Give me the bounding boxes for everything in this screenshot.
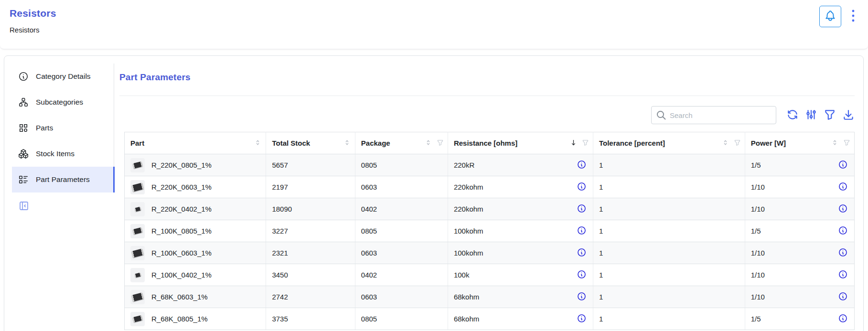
resistance-info-button[interactable] (577, 226, 589, 236)
total-stock-value: 3227 (266, 220, 355, 242)
sidebar-collapse-icon (18, 200, 30, 213)
info-icon (577, 182, 586, 192)
resistance-info-button[interactable] (577, 182, 589, 192)
resistance-info-button[interactable] (577, 204, 589, 214)
info-icon (577, 160, 586, 171)
refresh-button[interactable] (786, 108, 799, 122)
adjustments-button[interactable] (805, 108, 817, 122)
part-thumbnail (130, 290, 145, 304)
sort-icon[interactable] (831, 139, 839, 148)
tolerance-value: 1 (593, 176, 745, 198)
overflow-menu-button[interactable] (849, 6, 857, 27)
info-icon (577, 204, 586, 214)
column-header-total-stock[interactable]: Total Stock (266, 132, 355, 154)
package-value: 0402 (355, 264, 448, 286)
table-row[interactable]: R_220K_0402_1%180900402220kohm11/10 (125, 198, 855, 220)
column-label: Package (361, 139, 390, 147)
resistance-value: 220kohm (454, 183, 483, 191)
sort-icon[interactable] (721, 139, 729, 148)
resistance-info-button[interactable] (577, 248, 589, 258)
total-stock-value: 3735 (266, 308, 355, 330)
package-value: 0805 (355, 154, 448, 176)
info-icon (838, 248, 847, 258)
notifications-button[interactable] (819, 6, 841, 27)
power-value: 1/10 (751, 249, 765, 257)
info-circle-icon (18, 71, 29, 82)
sidebar: Category DetailsSubcategoriesPartsStock … (4, 56, 114, 213)
sidebar-item-parts[interactable]: Parts (12, 115, 115, 141)
column-header-tolerance-percent[interactable]: Tolerance [percent] (593, 132, 745, 154)
info-icon (838, 160, 847, 171)
table-row[interactable]: R_220K_0603_1%21970603220kohm11/10 (125, 176, 855, 198)
power-info-button[interactable] (838, 182, 850, 192)
sidebar-collapse-button[interactable] (18, 200, 30, 213)
column-header-part[interactable]: Part (125, 132, 266, 154)
resistance-info-button[interactable] (577, 314, 589, 324)
power-info-button[interactable] (838, 226, 850, 236)
search-box (651, 106, 776, 124)
total-stock-value: 2197 (266, 176, 355, 198)
part-thumbnail (130, 268, 145, 282)
part-thumbnail (130, 158, 145, 172)
column-label: Resistance [ohms] (454, 139, 517, 147)
power-info-button[interactable] (838, 292, 850, 302)
topbar-actions (819, 6, 857, 27)
info-icon (577, 226, 586, 236)
part-name: R_220K_0402_1% (151, 205, 212, 213)
tolerance-value: 1 (593, 286, 745, 308)
column-label: Part (130, 139, 144, 147)
tolerance-value: 1 (593, 264, 745, 286)
sidebar-item-part-parameters[interactable]: Part Parameters (12, 167, 115, 192)
power-info-button[interactable] (838, 314, 850, 324)
sidebar-item-subcategories[interactable]: Subcategories (12, 89, 115, 115)
sidebar-item-category-details[interactable]: Category Details (12, 64, 115, 89)
breadcrumb[interactable]: Resistors (10, 26, 856, 34)
power-value: 1/10 (751, 183, 765, 191)
sidebar-item-label: Parts (36, 124, 53, 132)
package-value: 0603 (355, 286, 448, 308)
resistance-value: 220kR (454, 161, 474, 169)
table-row[interactable]: R_68K_0805_1%3735080568kohm11/5 (125, 308, 855, 330)
part-name: R_68K_0805_1% (151, 315, 208, 323)
column-header-package[interactable]: Package (355, 132, 448, 154)
power-info-button[interactable] (838, 204, 850, 214)
column-label: Total Stock (272, 139, 310, 147)
column-header-power-w[interactable]: Power [W] (745, 132, 854, 154)
column-filter-icon[interactable] (843, 139, 850, 148)
download-button[interactable] (842, 108, 855, 122)
column-header-resistance-ohms[interactable]: Resistance [ohms] (448, 132, 593, 154)
power-info-button[interactable] (838, 160, 850, 171)
sort-icon[interactable] (343, 139, 351, 148)
resistance-info-button[interactable] (577, 270, 589, 280)
resistance-info-button[interactable] (577, 160, 589, 171)
column-filter-icon[interactable] (582, 139, 589, 148)
table-row[interactable]: R_100K_0805_1%32270805100kohm11/5 (125, 220, 855, 242)
table-row[interactable]: R_220K_0805_1%56570805220kR11/5 (125, 154, 855, 176)
resistance-info-button[interactable] (577, 292, 589, 302)
table-row[interactable]: R_100K_0603_1%23210603100kohm11/10 (125, 242, 855, 264)
part-thumbnail (130, 246, 145, 260)
part-name: R_100K_0603_1% (151, 249, 212, 257)
column-filter-icon[interactable] (437, 139, 444, 148)
info-icon (577, 248, 586, 258)
table-row[interactable]: R_68K_0603_1%2742060368kohm11/10 (125, 286, 855, 308)
part-name: R_68K_0603_1% (151, 293, 208, 301)
sidebar-item-stock-items[interactable]: Stock Items (12, 141, 115, 167)
info-icon (577, 270, 586, 280)
resistance-value: 100k (454, 271, 470, 279)
table-row[interactable]: R_100K_0402_1%34500402100k11/10 (125, 264, 855, 286)
sort-icon[interactable] (254, 139, 262, 148)
total-stock-value: 18090 (266, 198, 355, 220)
power-info-button[interactable] (838, 270, 850, 280)
filter-button[interactable] (824, 108, 836, 122)
sort-icon[interactable] (424, 139, 432, 148)
resistance-value: 100kohm (454, 227, 483, 235)
column-filter-icon[interactable] (734, 139, 741, 148)
category-icon (18, 123, 29, 133)
sort-desc-icon[interactable] (569, 139, 578, 148)
info-icon (838, 182, 847, 192)
part-thumbnail (130, 312, 145, 326)
search-input[interactable] (651, 106, 776, 124)
power-value: 1/10 (751, 205, 765, 213)
power-info-button[interactable] (838, 248, 850, 258)
